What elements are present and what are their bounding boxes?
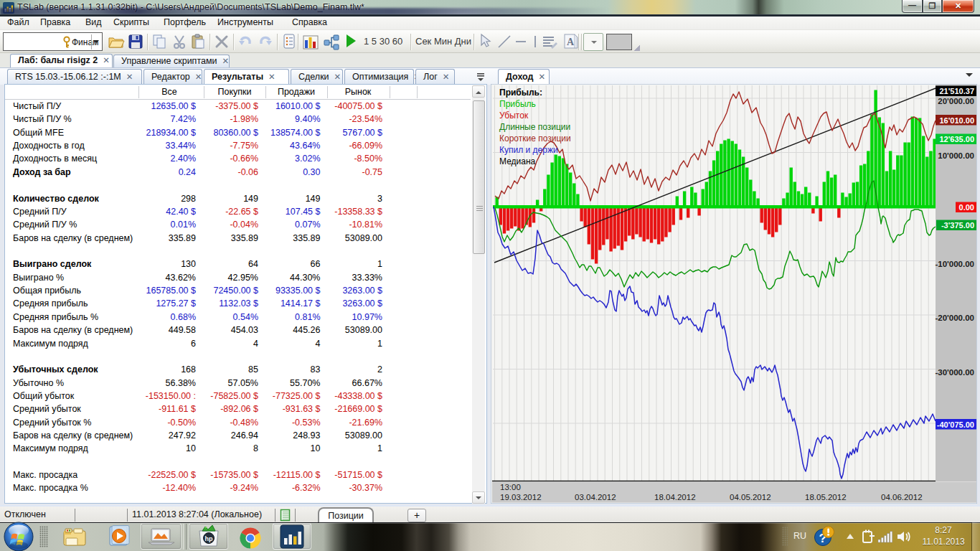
svg-text:13:00: 13:00 [500, 483, 521, 491]
svg-text:hp: hp [205, 535, 213, 542]
svg-text:Прибыль:: Прибыль: [499, 88, 542, 98]
svg-text:03.04.2012: 03.04.2012 [575, 493, 616, 501]
svg-text:-20'000.00: -20'000.00 [935, 314, 974, 322]
svg-text:0.00: 0.00 [959, 203, 974, 212]
svg-text:Медиана: Медиана [499, 156, 536, 166]
svg-text:Длинные позиции: Длинные позиции [499, 122, 570, 132]
svg-text:18.05.2012: 18.05.2012 [805, 493, 847, 501]
svg-text:18.04.2012: 18.04.2012 [654, 493, 696, 501]
svg-text:Прибыль: Прибыль [499, 99, 536, 109]
svg-text:21'510.37: 21'510.37 [940, 87, 975, 95]
svg-text:-30'000.00: -30'000.00 [935, 368, 974, 377]
svg-text:A: A [567, 37, 575, 47]
svg-text:Короткие позиции: Короткие позиции [499, 133, 571, 143]
svg-text:04.05.2012: 04.05.2012 [730, 493, 771, 501]
svg-text:Купил и держи: Купил и держи [499, 145, 558, 155]
svg-text:-10'000.00: -10'000.00 [935, 260, 974, 268]
svg-text:04.06.2012: 04.06.2012 [881, 493, 923, 501]
svg-text:12'635.00: 12'635.00 [940, 135, 975, 143]
svg-text:10'000.00: 10'000.00 [938, 151, 974, 160]
svg-text:-3'375.00: -3'375.00 [941, 221, 974, 230]
svg-text:Убыток: Убыток [499, 110, 529, 121]
svg-text:16'010.00: 16'010.00 [940, 116, 975, 125]
svg-text:20'000.00: 20'000.00 [938, 97, 974, 105]
svg-text:-40'075.00: -40'075.00 [937, 420, 974, 429]
svg-text:19.03.2012: 19.03.2012 [500, 493, 542, 501]
